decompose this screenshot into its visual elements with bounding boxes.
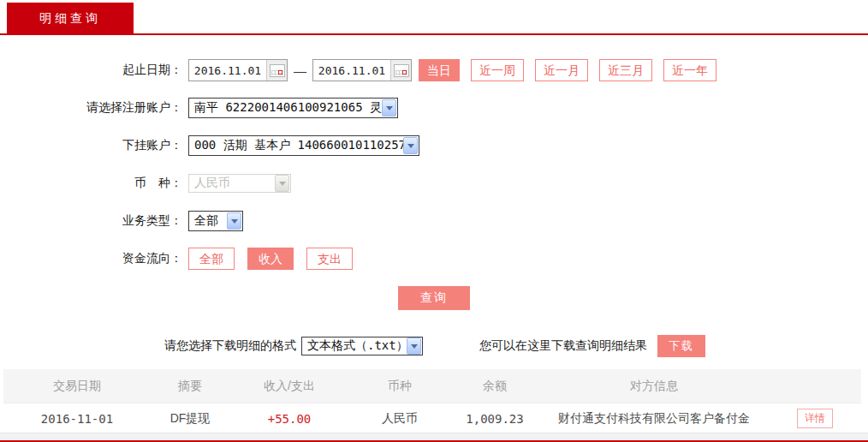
- header-summary: 摘要: [151, 379, 229, 394]
- header-date: 交易日期: [3, 379, 151, 394]
- business-type-label: 业务类型：: [0, 213, 182, 229]
- business-type-row: 业务类型： 全部: [0, 210, 868, 232]
- chevron-down-icon: [382, 99, 396, 116]
- chevron-down-icon: [407, 337, 421, 355]
- end-date-box: [312, 59, 412, 81]
- currency-select: 人民币: [188, 174, 291, 193]
- cell-counterparty: 财付通支付科技有限公司客户备付金: [539, 411, 769, 427]
- tab-bar: 明细查询: [0, 0, 868, 35]
- query-button-row: 查询: [0, 286, 868, 310]
- fund-flow-label: 资金流向：: [0, 251, 182, 266]
- start-date-input[interactable]: [189, 60, 266, 81]
- currency-value: 人民币: [189, 176, 275, 191]
- quick-range-year-button[interactable]: 近一年: [663, 59, 716, 81]
- register-account-select[interactable]: 南平 6222001406100921065 灵通卡: [188, 98, 398, 118]
- cell-date: 2016-11-01: [3, 412, 151, 426]
- table-header-row: 交易日期 摘要 收入/支出 币种 余额 对方信息: [3, 369, 861, 403]
- start-date-box: [188, 59, 288, 81]
- currency-label: 币 种：: [0, 176, 182, 191]
- download-hint: 您可以在这里下载查询明细结果: [479, 338, 647, 354]
- cell-currency: 人民币: [349, 411, 450, 427]
- sub-account-select[interactable]: 000 活期 基本户 1406600101102571848: [188, 135, 419, 156]
- results-table: 交易日期 摘要 收入/支出 币种 余额 对方信息 2016-11-01 DF提现…: [3, 369, 861, 434]
- date-range-label: 起止日期：: [0, 63, 182, 78]
- download-button[interactable]: 下载: [657, 335, 705, 357]
- fund-flow-row: 资金流向： 全部 收入 支出: [0, 248, 868, 270]
- header-counterparty: 对方信息: [539, 379, 769, 394]
- quick-range-3months-button[interactable]: 近三月: [599, 59, 652, 81]
- calendar-icon[interactable]: [390, 60, 411, 81]
- date-range-row: 起止日期： — 当日 近一周 近一月 近三月 近一年: [0, 59, 868, 81]
- end-date-input[interactable]: [313, 60, 390, 81]
- chevron-down-icon: [403, 137, 418, 154]
- cell-balance: 1,009.23: [450, 412, 539, 426]
- tab-detail-query[interactable]: 明细查询: [7, 3, 134, 33]
- download-format-label: 请您选择下载明细的格式: [164, 338, 296, 354]
- header-currency: 币种: [349, 379, 450, 394]
- sub-account-row: 下挂账户： 000 活期 基本户 1406600101102571848: [0, 134, 868, 157]
- detail-query-page: 明细查询 起止日期： — 当日 近一周 近一月 近三月 近一年: [0, 0, 868, 442]
- table-row: 2016-11-01 DF提现 +55.00 人民币 1,009.23 财付通支…: [3, 403, 861, 434]
- download-format-select[interactable]: 文本格式（.txt）: [301, 337, 423, 355]
- cell-amount: +55.00: [229, 412, 349, 426]
- fund-flow-all-button[interactable]: 全部: [188, 248, 235, 270]
- quick-range-month-button[interactable]: 近一月: [535, 59, 588, 81]
- register-account-row: 请选择注册账户： 南平 6222001406100921065 灵通卡: [0, 97, 868, 119]
- currency-row: 币 种： 人民币: [0, 172, 868, 194]
- date-separator: —: [294, 63, 306, 78]
- fund-flow-income-button[interactable]: 收入: [247, 248, 294, 270]
- query-form: 起止日期： — 当日 近一周 近一月 近三月 近一年 请选择注册账户：: [0, 35, 868, 270]
- cell-summary: DF提现: [151, 411, 229, 427]
- header-balance: 余额: [450, 379, 539, 394]
- sub-account-label: 下挂账户：: [0, 138, 182, 153]
- chevron-down-icon: [275, 175, 289, 192]
- download-format-value: 文本格式（.txt）: [302, 338, 407, 354]
- business-type-select[interactable]: 全部: [188, 211, 243, 231]
- fund-flow-expense-button[interactable]: 支出: [306, 248, 353, 270]
- sub-account-value: 000 活期 基本户 1406600101102571848: [189, 138, 403, 153]
- download-row: 请您选择下载明细的格式 文本格式（.txt） 您可以在这里下载查询明细结果 下载: [0, 335, 868, 357]
- detail-button[interactable]: 详情: [797, 409, 833, 428]
- query-button[interactable]: 查询: [398, 286, 470, 310]
- register-account-value: 南平 6222001406100921065 灵通卡: [189, 100, 382, 116]
- business-type-value: 全部: [189, 213, 227, 229]
- header-amount: 收入/支出: [229, 379, 349, 394]
- calendar-icon[interactable]: [266, 60, 287, 81]
- quick-range-week-button[interactable]: 近一周: [471, 59, 524, 81]
- chevron-down-icon: [227, 212, 241, 230]
- footer-strip: [0, 433, 868, 440]
- register-account-label: 请选择注册账户：: [0, 100, 182, 116]
- quick-range-today-button[interactable]: 当日: [419, 59, 460, 81]
